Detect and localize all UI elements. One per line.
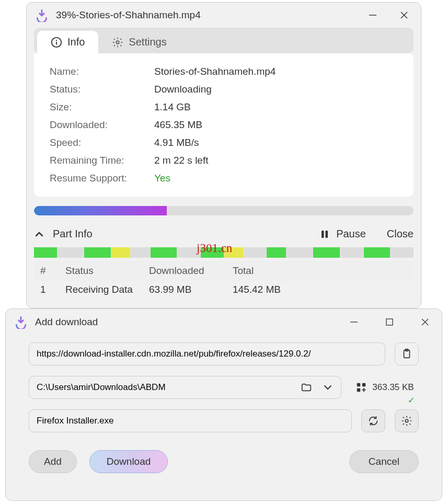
download-progress-window: 39%-Stories-of-Shahnameh.mp4 Info Settin… xyxy=(26,2,421,308)
pause-label: Pause xyxy=(336,228,366,240)
gear-icon xyxy=(112,37,123,48)
settings-button[interactable] xyxy=(395,409,419,432)
remaining-label: Remaining Time: xyxy=(50,155,154,166)
svg-rect-17 xyxy=(357,388,360,392)
file-size-indicator: 363.35 KB ✓ xyxy=(351,382,419,393)
window-title: Add download xyxy=(35,316,346,328)
part-info-label: Part Info xyxy=(53,228,93,240)
close-window-button[interactable] xyxy=(417,314,433,330)
svg-rect-8 xyxy=(326,231,328,238)
speed-label: Speed: xyxy=(50,137,154,148)
path-input[interactable] xyxy=(29,376,341,399)
col-status: Status xyxy=(65,265,149,277)
svg-point-6 xyxy=(117,41,120,44)
tab-settings[interactable]: Settings xyxy=(98,31,180,53)
pause-icon xyxy=(319,229,330,239)
minimize-button[interactable] xyxy=(346,314,362,330)
svg-rect-7 xyxy=(322,231,324,238)
minimize-button[interactable] xyxy=(364,7,381,24)
col-downloaded: Downloaded xyxy=(149,265,233,277)
progress-bar xyxy=(34,206,414,215)
chevron-up-icon xyxy=(34,229,44,239)
file-size-value: 363.35 KB xyxy=(372,382,414,393)
app-icon xyxy=(35,8,49,22)
remaining-value: 2 m 22 s left xyxy=(154,155,209,166)
speed-value: 4.91 MB/s xyxy=(154,137,199,148)
tab-info-label: Info xyxy=(67,36,85,48)
tab-info[interactable]: Info xyxy=(37,31,98,53)
category-icon xyxy=(356,382,367,393)
paste-button[interactable] xyxy=(395,342,419,365)
add-download-window: Add download 363.35 KB xyxy=(5,308,442,501)
info-panel: Name:Stories-of-Shahnameh.mp4 Status:Dow… xyxy=(34,53,414,197)
refresh-icon xyxy=(368,415,379,427)
downloaded-label: Downloaded: xyxy=(50,119,154,131)
refresh-button[interactable] xyxy=(361,409,385,432)
url-input[interactable] xyxy=(29,342,385,365)
name-value: Stories-of-Shahnameh.mp4 xyxy=(154,66,276,77)
close-button[interactable]: Close xyxy=(387,228,414,240)
app-icon xyxy=(14,315,28,329)
resume-value: Yes xyxy=(154,173,170,184)
downloaded-value: 465.35 MB xyxy=(154,119,202,131)
status-label: Status: xyxy=(50,84,154,95)
filename-input[interactable] xyxy=(29,409,352,432)
status-value: Downloading xyxy=(154,84,212,95)
chevron-down-icon[interactable] xyxy=(323,382,334,393)
folder-icon[interactable] xyxy=(301,382,312,393)
name-label: Name: xyxy=(50,66,154,77)
col-total: Total xyxy=(233,265,407,277)
clipboard-icon xyxy=(401,348,412,360)
svg-point-18 xyxy=(405,419,408,422)
part-info-toggle[interactable]: Part Info xyxy=(34,228,93,240)
col-num: # xyxy=(40,265,65,277)
titlebar[interactable]: 39%-Stories-of-Shahnameh.mp4 xyxy=(27,3,421,28)
add-button[interactable]: Add xyxy=(29,450,77,473)
parts-table: # Status Downloaded Total 1 Receiving Da… xyxy=(34,261,414,299)
table-header: # Status Downloaded Total xyxy=(34,261,414,281)
resume-label: Resume Support: xyxy=(50,173,154,184)
checkmark-icon: ✓ xyxy=(408,395,415,405)
size-value: 1.14 GB xyxy=(154,101,191,113)
size-label: Size: xyxy=(50,101,154,113)
close-window-button[interactable] xyxy=(396,7,412,24)
svg-point-4 xyxy=(56,40,57,41)
info-icon xyxy=(51,37,62,48)
tab-container: Info Settings xyxy=(34,28,414,53)
titlebar[interactable]: Add download xyxy=(6,309,442,335)
maximize-button[interactable] xyxy=(381,314,398,330)
download-button[interactable]: Download xyxy=(89,450,168,473)
svg-rect-16 xyxy=(362,383,365,386)
watermark-text: j301.cn xyxy=(197,242,232,255)
progress-fill xyxy=(34,206,167,215)
cancel-button[interactable]: Cancel xyxy=(349,450,419,473)
window-title: 39%-Stories-of-Shahnameh.mp4 xyxy=(56,9,364,21)
tab-settings-label: Settings xyxy=(129,36,166,48)
svg-rect-15 xyxy=(357,383,360,386)
svg-rect-10 xyxy=(386,319,393,325)
table-row[interactable]: 1 Receiving Data 63.99 MB 145.42 MB xyxy=(34,281,414,299)
pause-button[interactable]: Pause xyxy=(319,228,366,240)
gear-icon xyxy=(401,415,412,427)
